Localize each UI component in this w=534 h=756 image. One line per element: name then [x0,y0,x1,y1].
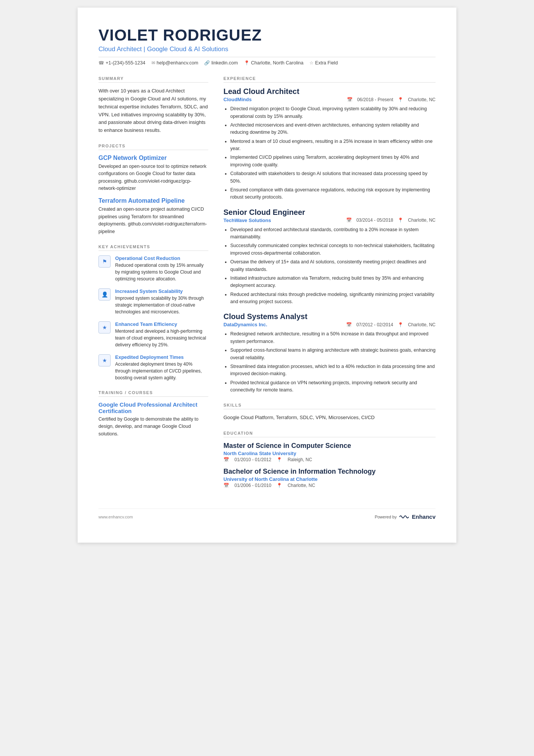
job-company-3: DataDynamics Inc. [223,322,267,327]
calendar-icon-edu-1: 📅 [223,457,229,462]
bullet-2-2: Successfully communicated complex techni… [230,242,436,257]
job-company-1: CloudMinds [223,97,251,102]
summary-text: With over 10 years as a Cloud Architect … [98,87,208,135]
body: SUMMARY With over 10 years as a Cloud Ar… [98,76,436,493]
edu-date-1: 01/2010 - 01/2012 [234,457,271,462]
edu-2: Bachelor of Science in Information Techn… [223,468,436,488]
project-title-2: Terraform Automated Pipeline [98,197,208,204]
job-date-1: 06/2018 - Present [357,97,393,102]
contact-extra: ☆ Extra Field [309,60,338,66]
achievement-title-2: Increased System Scalability [115,288,208,294]
skills-section-title: SKILLS [223,403,436,409]
project-item-2: Terraform Automated Pipeline Created an … [98,197,208,235]
bullet-1-3: Mentored a team of 10 cloud engineers, r… [230,138,436,153]
calendar-icon-edu-2: 📅 [223,483,229,488]
bullet-3-3: Streamlined data integration processes, … [230,363,436,378]
calendar-icon-1: 📅 [347,97,353,102]
edu-location-2: Charlotte, NC [287,483,315,488]
achievement-1: ⚑ Operational Cost Reduction Reduced ope… [98,255,208,282]
edu-degree-1: Master of Science in Computer Science [223,442,436,450]
job-bullets-1: Directed migration project to Google Clo… [223,105,436,201]
achievement-desc-3: Mentored and developed a high-performing… [115,328,208,348]
enhancv-brand-name: Enhancv [412,513,436,520]
edu-1: Master of Science in Computer Science No… [223,442,436,462]
contact-phone: ☎ +1-(234)-555-1234 [98,60,145,66]
flag-icon: ⚑ [98,255,111,268]
contact-bar: ☎ +1-(234)-555-1234 ✉ help@enhancv.com 🔗… [98,57,436,66]
achievement-title-3: Enhanced Team Efficiency [115,321,208,327]
edu-school-1: North Carolina State University [223,451,436,456]
edu-degree-2: Bachelor of Science in Information Techn… [223,468,436,476]
resume-container: VIOLET RODRIGUEZ Cloud Architect | Googl… [78,8,456,543]
achievement-desc-1: Reduced operational costs by 15% annuall… [115,262,208,282]
pin-icon-edu-1: 📍 [276,457,282,462]
project-item-1: GCP Network Optimizer Developed an open-… [98,155,208,193]
edu-date-2: 01/2006 - 01/2010 [234,483,271,488]
footer-brand: Powered by Enhancv [375,513,436,520]
footer-website: www.enhancv.com [98,515,133,519]
bullet-2-1: Developed and enforced architectural sta… [230,226,436,241]
achievement-desc-4: Accelerated deployment times by 40% thro… [115,361,208,381]
project-desc-2: Created an open-source project automatin… [98,206,208,235]
star-filled-icon-2: ★ [98,354,111,366]
contact-email: ✉ help@enhancv.com [151,60,198,66]
pin-icon-3: 📍 [398,322,403,327]
bullet-2-4: Initiated infrastructure automation via … [230,275,436,290]
pin-icon-2: 📍 [398,218,403,223]
edu-school-2: University of North Carolina at Charlott… [223,476,436,482]
project-desc-1: Developed an open-source tool to optimiz… [98,163,208,193]
training-section-title: TRAINING / COURSES [98,390,208,397]
bullet-1-5: Collaborated with stakeholders to design… [230,170,436,185]
edu-meta-2: 📅 01/2006 - 01/2010 📍 Charlotte, NC [223,483,436,488]
achievements-section-title: KEY ACHIEVEMENTS [98,244,208,251]
achievement-title-1: Operational Cost Reduction [115,255,208,261]
location-icon: 📍 [244,60,250,66]
phone-icon: ☎ [98,60,104,66]
bullet-1-6: Ensured compliance with data governance … [230,186,436,201]
bullet-2-3: Oversaw the delivery of 15+ data and AI … [230,258,436,273]
bullet-1-1: Directed migration project to Google Clo… [230,105,436,120]
education-section-title: EDUCATION [223,431,436,437]
powered-by-text: Powered by [375,515,397,519]
job-title-3: Cloud Systems Analyst [223,312,436,321]
achievement-title-4: Expedited Deployment Times [115,354,208,360]
linkedin-icon: 🔗 [204,60,210,66]
right-column: EXPERIENCE Lead Cloud Architect CloudMin… [223,76,436,493]
project-title-1: GCP Network Optimizer [98,155,208,161]
bullet-1-2: Architected microservices and event-driv… [230,122,436,136]
job-meta-3: DataDynamics Inc. 📅 07/2012 - 02/2014 📍 … [223,322,436,327]
bullet-3-2: Supported cross-functional teams in alig… [230,347,436,362]
job-company-2: TechWave Solutions [223,218,271,223]
achievement-4: ★ Expedited Deployment Times Accelerated… [98,354,208,381]
job-meta-2: TechWave Solutions 📅 03/2014 - 05/2018 📍… [223,218,436,223]
job-location-2: Charlotte, NC [408,218,436,223]
pin-icon-edu-2: 📍 [276,483,282,488]
achievement-2: 👤 Increased System Scalability Improved … [98,288,208,315]
training-desc-1: Certified by Google to demonstrate the a… [98,416,208,438]
job-bullets-2: Developed and enforced architectural sta… [223,226,436,306]
achievement-3: ★ Enhanced Team Efficiency Mentored and … [98,321,208,348]
job-1: Lead Cloud Architect CloudMinds 📅 06/201… [223,87,436,201]
email-icon: ✉ [151,60,155,66]
experience-section-title: EXPERIENCE [223,76,436,83]
summary-section-title: SUMMARY [98,76,208,83]
person-icon: 👤 [98,288,111,301]
calendar-icon-3: 📅 [346,322,352,327]
bullet-3-1: Redesigned network architecture, resulti… [230,330,436,345]
enhancv-logo-icon [399,514,409,520]
achievement-desc-2: Improved system scalability by 30% throu… [115,295,208,315]
job-location-3: Charlotte, NC [408,322,436,327]
header: VIOLET RODRIGUEZ Cloud Architect | Googl… [98,27,436,66]
job-title-1: Lead Cloud Architect [223,87,436,96]
projects-section-title: PROJECTS [98,144,208,150]
star-filled-icon-1: ★ [98,321,111,333]
job-location-1: Charlotte, NC [408,97,436,102]
pin-icon-1: 📍 [398,97,403,102]
edu-location-1: Raleigh, NC [287,457,312,462]
bullet-3-4: Provided technical guidance on VPN netwo… [230,379,436,394]
contact-location: 📍 Charlotte, North Carolina [244,60,303,66]
bullet-2-5: Reduced architectural risks through pred… [230,291,436,306]
job-title-2: Senior Cloud Engineer [223,208,436,217]
training-title-1: Google Cloud Professional Architect Cert… [98,401,208,414]
skills-text: Google Cloud Platform, Terraform, SDLC, … [223,414,436,422]
